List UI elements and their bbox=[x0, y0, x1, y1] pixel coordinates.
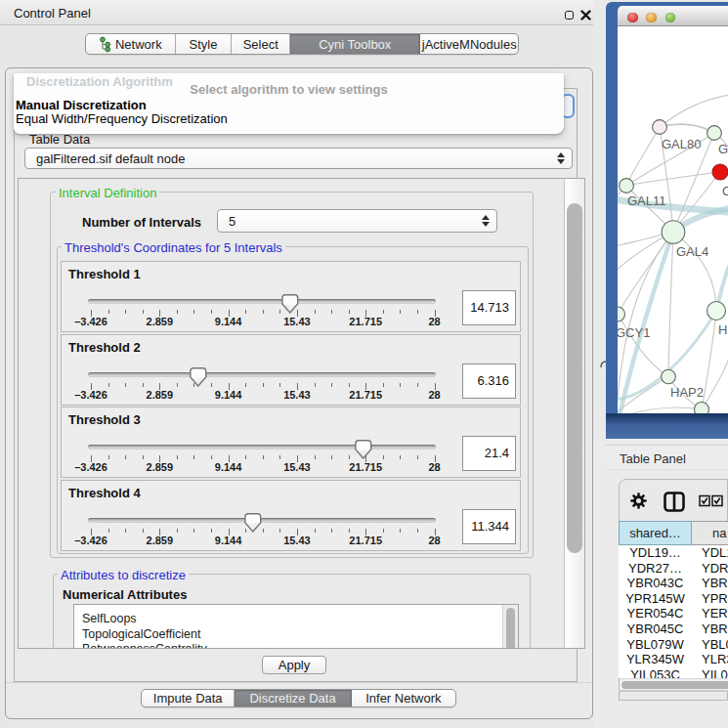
svg-text:GAL: GAL bbox=[718, 142, 728, 156]
svg-text:HIS4: HIS4 bbox=[718, 322, 728, 337]
svg-text:GAL4: GAL4 bbox=[676, 244, 708, 259]
svg-text:GCY1: GCY1 bbox=[618, 325, 650, 340]
svg-text:HAP2: HAP2 bbox=[670, 385, 704, 400]
svg-text:GAL80: GAL80 bbox=[662, 137, 701, 151]
svg-text:C: C bbox=[722, 184, 728, 198]
svg-text:GAL11: GAL11 bbox=[627, 193, 666, 208]
